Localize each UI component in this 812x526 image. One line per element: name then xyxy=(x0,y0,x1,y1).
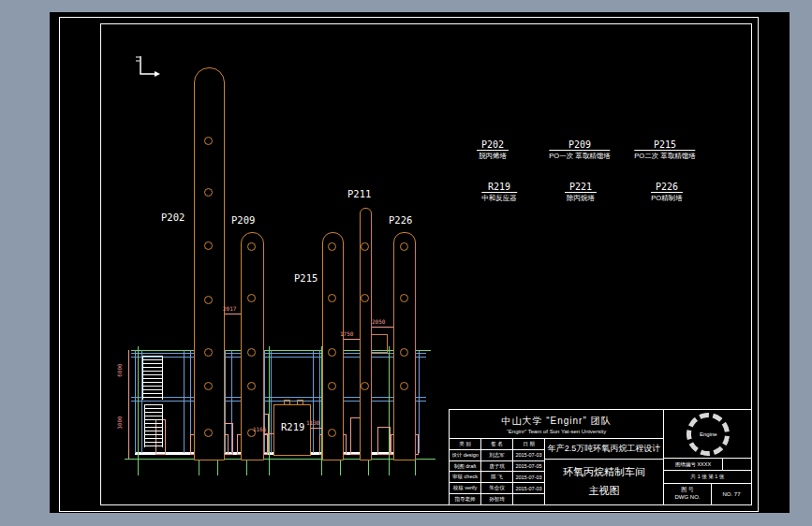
structure-line xyxy=(342,339,360,340)
nozzle-circle xyxy=(328,348,336,357)
legend-name: 脱丙烯塔 xyxy=(477,152,509,161)
signature-cell: 签 名 xyxy=(481,439,513,449)
signature-cell xyxy=(513,494,544,504)
nozzle-circle xyxy=(328,294,336,302)
signature-row: 审核 check陈 飞2015-07-03 xyxy=(450,472,544,483)
legend-item: P209PO一次 萃取精馏塔 xyxy=(549,139,610,161)
legend-tag: P202 xyxy=(477,139,509,151)
structure-line xyxy=(131,397,426,398)
signature-row: 指导老师孙智琦 xyxy=(450,494,544,504)
logo-text: Engine xyxy=(699,431,716,437)
structure-line xyxy=(131,353,426,354)
legend-name: PO精制塔 xyxy=(651,194,683,203)
cad-screenshot: 中山大学 “Enginr” 团队 “Enginr” Team of Sun Ya… xyxy=(0,0,812,526)
dimension-text: 2050 xyxy=(372,318,385,325)
structure-line xyxy=(128,350,129,459)
title-block-main: 类 别签 名日 期设计 design刘志军2015-07-03制图 draft唐… xyxy=(450,439,663,504)
nozzle-circle xyxy=(247,294,256,302)
signature-cell: 日 期 xyxy=(513,439,544,449)
gear-logo-icon: Engine xyxy=(681,407,733,460)
axis-indicator-icon xyxy=(133,52,161,80)
signature-cell: 唐子琪 xyxy=(481,461,513,472)
drawing-title-line1: 环氧丙烷精制车间 xyxy=(563,463,645,482)
structure-line xyxy=(223,314,241,314)
team-name-cn: 中山大学 “Enginr” 团队 xyxy=(501,415,611,428)
drawing-title: 环氧丙烷精制车间 主视图 xyxy=(545,460,663,504)
nozzle-circle xyxy=(328,429,336,437)
equipment-label: P209 xyxy=(231,214,255,226)
title-block-left: 中山大学 “Enginr” 团队 “Enginr” Team of Sun Ya… xyxy=(450,410,664,504)
legend-name: 中和反应器 xyxy=(481,194,517,203)
signature-row: 制图 draft唐子琪2015-07-05 xyxy=(450,461,544,473)
nozzle-circle xyxy=(328,382,336,390)
nozzle-circle xyxy=(204,296,213,304)
signature-cell: 2015-07-03 xyxy=(513,483,544,493)
team-logo: Engine xyxy=(664,410,751,459)
signature-cell: 2015-07-05 xyxy=(513,461,544,472)
structure-line xyxy=(419,350,420,453)
project-name: 年产2.5万吨环氧丙烷工程设计 xyxy=(545,439,663,460)
team-header: 中山大学 “Enginr” 团队 “Enginr” Team of Sun Ya… xyxy=(450,410,663,439)
equipment-label: P211 xyxy=(347,188,371,199)
dimension-text: 2017 xyxy=(223,305,236,312)
dimension-text: 1130 xyxy=(306,419,319,426)
signature-cell: 刘志军 xyxy=(481,450,513,460)
equipment-label: P215 xyxy=(294,272,317,284)
legend-name: PO二次 萃取精馏塔 xyxy=(634,152,695,161)
structure-line xyxy=(271,350,272,453)
drawing-code-row: 图纸编号 XXXX xyxy=(664,459,751,471)
structure-line xyxy=(184,350,185,453)
signature-table: 类 别签 名日 期设计 design刘志军2015-07-03制图 draft唐… xyxy=(450,439,545,504)
signature-cell: 审核 check xyxy=(450,472,481,482)
equipment-label: P202 xyxy=(161,212,185,223)
nozzle-circle xyxy=(361,294,369,302)
legend-name: 除丙烷塔 xyxy=(565,194,597,203)
stair-ladder xyxy=(142,356,163,400)
nozzle-circle xyxy=(204,137,213,145)
legend-tag: P215 xyxy=(634,139,695,151)
equipment-outline xyxy=(377,427,391,455)
signature-cell: 类 别 xyxy=(450,439,481,449)
signature-cell: 2015-07-03 xyxy=(513,450,544,460)
nozzle-circle xyxy=(400,242,408,251)
structure-line xyxy=(370,327,393,328)
equipment-label: R219 xyxy=(281,421,304,432)
tower-p215 xyxy=(322,232,344,460)
nozzle-circle xyxy=(204,382,213,390)
structure-line xyxy=(389,346,390,475)
signature-cell: 2015-07-03 xyxy=(513,472,544,482)
nozzle-circle xyxy=(361,382,369,390)
nozzle-circle xyxy=(361,242,369,251)
nozzle-circle xyxy=(204,188,213,197)
nozzle-circle xyxy=(400,382,408,390)
legend-tag: P226 xyxy=(651,182,683,193)
legend-item: P202脱丙烯塔 xyxy=(477,139,509,161)
title-block: 中山大学 “Enginr” 团队 “Enginr” Team of Sun Ya… xyxy=(449,409,752,505)
nozzle-circle xyxy=(400,348,408,357)
structure-line xyxy=(269,346,270,475)
nozzle-circle xyxy=(204,241,213,250)
drawing-code-blank xyxy=(723,459,751,470)
legend-item: P215PO二次 萃取精馏塔 xyxy=(634,139,695,161)
signature-row: 设计 design刘志军2015-07-03 xyxy=(450,450,544,461)
signature-header-row: 类 别签 名日 期 xyxy=(450,439,544,450)
legend-tag: P209 xyxy=(549,139,610,151)
drawing-number-label: 图 号 DWG NO. xyxy=(664,484,712,504)
nozzle-circle xyxy=(247,382,256,390)
drawing-code: 图纸编号 XXXX xyxy=(664,459,723,470)
tower-p202 xyxy=(194,67,225,460)
equipment-label: P226 xyxy=(389,214,412,226)
nozzle-circle xyxy=(247,242,256,251)
signature-cell: 陈 飞 xyxy=(481,472,513,482)
legend-name: PO一次 萃取精馏塔 xyxy=(549,152,610,161)
signature-cell: 指导老师 xyxy=(450,494,481,504)
structure-line xyxy=(131,357,426,358)
structure-line xyxy=(138,346,139,475)
legend-item: P221除丙烷塔 xyxy=(565,182,597,203)
structure-line xyxy=(131,401,426,402)
nozzle-circle xyxy=(247,348,256,357)
dimension-text: 3000 xyxy=(116,416,123,429)
dimension-text: 1165 xyxy=(253,426,266,432)
drawing-number-value: NO. 77 xyxy=(712,484,751,504)
team-name-en: “Enginr” Team of Sun Yat-sen University xyxy=(507,429,606,434)
